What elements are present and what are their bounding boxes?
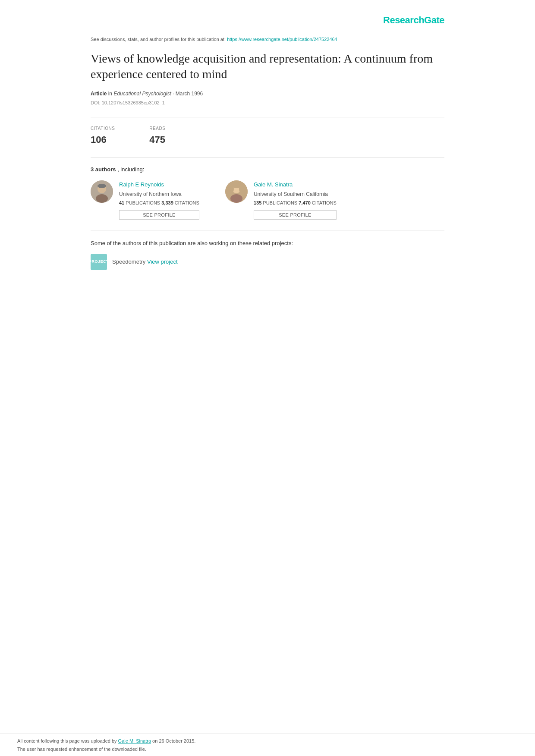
- see-profile-reynolds[interactable]: SEE PROFILE: [119, 210, 199, 220]
- publication-link[interactable]: https://www.researchgate.net/publication…: [227, 37, 337, 42]
- project-item: Project Speedometry View project: [91, 254, 444, 270]
- article-title: Views of knowledge acquisition and repre…: [91, 51, 444, 82]
- divider-2: [91, 157, 444, 158]
- divider-3: [91, 230, 444, 230]
- author-info-reynolds: Ralph E Reynolds University of Northern …: [119, 180, 199, 220]
- article-meta: Article in Educational Psychologist · Ma…: [91, 90, 444, 98]
- authors-section: 3 authors , including:: [91, 165, 444, 220]
- related-projects-section: Some of the authors of this publication …: [91, 239, 444, 270]
- citations-value: 106: [91, 132, 115, 147]
- author-name-reynolds[interactable]: Ralph E Reynolds: [119, 180, 199, 189]
- top-notice-text: See discussions, stats, and author profi…: [91, 37, 226, 42]
- divider-1: [91, 117, 444, 117]
- project-text: Speedometry View project: [112, 258, 178, 266]
- article-type: Article: [91, 91, 107, 97]
- svg-point-6: [230, 194, 242, 203]
- svg-point-3: [98, 184, 106, 188]
- article-dot: ·: [173, 91, 176, 97]
- author-name-sinatra[interactable]: Gale M. Sinatra: [254, 180, 337, 189]
- see-profile-sinatra[interactable]: SEE PROFILE: [254, 210, 337, 220]
- avatar-sinatra: [225, 180, 248, 203]
- related-title: Some of the authors of this publication …: [91, 239, 444, 248]
- citations-block: CITATIONS 106: [91, 125, 115, 147]
- reads-block: READS 475: [149, 125, 165, 147]
- svg-point-8: [230, 186, 234, 192]
- svg-point-9: [239, 186, 242, 192]
- author-stats-reynolds: 41 PUBLICATIONS 3,339 CITATIONS: [119, 199, 199, 207]
- author-card-sinatra: Gale M. Sinatra University of Southern C…: [225, 180, 337, 220]
- svg-point-2: [96, 194, 108, 203]
- article-in: in: [108, 91, 114, 97]
- doi-text: DOI: 10.1207/s15326985ep3102_1: [91, 99, 444, 107]
- citations-label: CITATIONS: [91, 125, 115, 132]
- authors-title: 3 authors , including:: [91, 165, 444, 174]
- article-date: March 1996: [176, 91, 203, 97]
- avatar-reynolds: [91, 180, 113, 203]
- author-university-sinatra: University of Southern California: [254, 190, 337, 198]
- author-stats-sinatra: 135 PUBLICATIONS 7,470 CITATIONS: [254, 199, 337, 207]
- author-info-sinatra: Gale M. Sinatra University of Southern C…: [254, 180, 337, 220]
- header-bar: ResearchGate: [91, 13, 444, 27]
- article-journal: Educational Psychologist: [113, 91, 171, 97]
- authors-including: , including:: [117, 166, 144, 173]
- project-view-link[interactable]: View project: [147, 258, 178, 265]
- reads-value: 475: [149, 132, 165, 147]
- authors-count: 3 authors: [91, 166, 116, 173]
- author-university-reynolds: University of Northern Iowa: [119, 190, 199, 198]
- top-notice: See discussions, stats, and author profi…: [91, 36, 444, 43]
- researchgate-logo: ResearchGate: [383, 13, 444, 27]
- project-name: Speedometry: [112, 258, 145, 265]
- stats-row: CITATIONS 106 READS 475: [91, 125, 444, 147]
- authors-grid: Ralph E Reynolds University of Northern …: [91, 180, 444, 220]
- project-badge: Project: [91, 254, 107, 270]
- author-card-reynolds: Ralph E Reynolds University of Northern …: [91, 180, 199, 220]
- reads-label: READS: [149, 125, 165, 132]
